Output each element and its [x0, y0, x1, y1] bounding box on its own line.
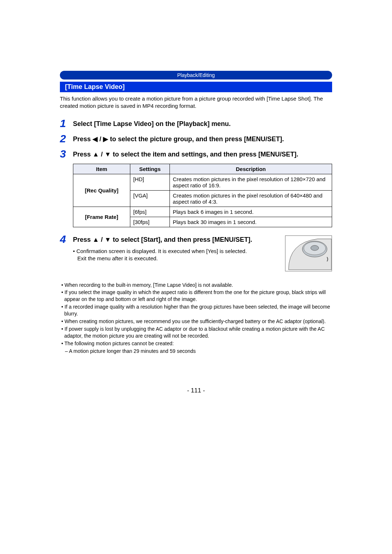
- step-text: Press ▲ / ▼ to select [Start], and then …: [73, 234, 278, 244]
- table-row: [Rec Quality] [HD] Creates motion pictur…: [73, 174, 332, 190]
- step-2: 2 Press ◀ / ▶ to select the picture grou…: [60, 133, 332, 144]
- step-text-mid: to select the picture group, and then pr…: [110, 135, 284, 143]
- cell-setting: [30fps]: [130, 217, 170, 227]
- step-4: 4 Press ▲ / ▼ to select [Start], and the…: [60, 234, 278, 245]
- note-sub-item: – A motion picture longer than 29 minute…: [60, 348, 332, 355]
- manual-page: Playback/Editing [Time Lapse Video] This…: [0, 0, 392, 554]
- step-1: 1 Select [Time Lapse Video] on the [Play…: [60, 118, 332, 129]
- note-item: • If you select the image quality in whi…: [60, 289, 332, 303]
- th-settings: Settings: [130, 164, 170, 174]
- svg-point-3: [311, 245, 319, 250]
- step-text-mid: to select the item and settings, and the…: [113, 151, 298, 158]
- step-text-pre: Press: [73, 151, 93, 158]
- section-title-bar: [Time Lapse Video]: [60, 82, 332, 92]
- step-number: 4: [60, 234, 73, 245]
- note-item: • If power supply is lost by unplugging …: [60, 326, 332, 339]
- cell-desc: Plays back 30 images in 1 second.: [170, 217, 332, 227]
- right-arrow-icon: ▶: [103, 135, 108, 143]
- step-text-pre: Press: [73, 135, 93, 143]
- page-number: - 111 -: [60, 387, 332, 394]
- intro-paragraph: This function allows you to create a mot…: [60, 95, 332, 110]
- table-row: [Frame Rate] [6fps] Plays back 6 images …: [73, 207, 332, 217]
- up-arrow-icon: ▲: [93, 236, 99, 243]
- step-number: 2: [60, 133, 73, 144]
- device-corner-illustration: [285, 235, 332, 272]
- slash: /: [99, 135, 101, 143]
- sub-bullet: Exit the menu after it is executed.: [73, 255, 278, 262]
- step-text: Press ◀ / ▶ to select the picture group,…: [73, 133, 332, 143]
- down-arrow-icon: ▼: [105, 236, 111, 243]
- step-4-row: 4 Press ▲ / ▼ to select [Start], and the…: [60, 234, 332, 272]
- th-description: Description: [170, 164, 332, 174]
- sub-bullet: • Confirmation screen is displayed. It i…: [73, 248, 278, 255]
- step-text: Select [Time Lapse Video] on the [Playba…: [73, 118, 332, 128]
- settings-table-wrap: Item Settings Description [Rec Quality] …: [73, 164, 332, 227]
- slash: /: [101, 151, 103, 158]
- step-text-pre: Press: [73, 236, 93, 243]
- cell-setting: [HD]: [130, 174, 170, 190]
- step-text: Press ▲ / ▼ to select the item and setti…: [73, 148, 332, 159]
- cell-desc: Creates motion pictures in the pixel res…: [170, 174, 332, 190]
- step-text-mid: to select [Start], and then press [MENU/…: [113, 236, 252, 243]
- cell-setting: [VGA]: [130, 190, 170, 207]
- cell-desc: Creates motion pictures in the pixel res…: [170, 190, 332, 207]
- note-item: • When creating motion pictures, we reco…: [60, 318, 332, 325]
- cell-desc: Plays back 6 images in 1 second.: [170, 207, 332, 217]
- note-item: • The following motion pictures cannot b…: [60, 340, 332, 347]
- notes-block: • When recording to the built-in memory,…: [60, 282, 332, 355]
- left-arrow-icon: ◀: [93, 135, 98, 143]
- step-4-sub-bullets: • Confirmation screen is displayed. It i…: [73, 248, 278, 262]
- step-number: 1: [60, 118, 73, 129]
- cell-setting: [6fps]: [130, 207, 170, 217]
- th-item: Item: [73, 164, 130, 174]
- down-arrow-icon: ▼: [105, 151, 111, 158]
- note-item: • When recording to the built-in memory,…: [60, 282, 332, 289]
- step-number: 3: [60, 148, 73, 159]
- up-arrow-icon: ▲: [93, 151, 99, 158]
- cell-item: [Rec Quality]: [73, 174, 130, 207]
- note-item: • If a recorded image quality with a res…: [60, 304, 332, 317]
- slash: /: [101, 236, 103, 243]
- step-3: 3 Press ▲ / ▼ to select the item and set…: [60, 148, 332, 159]
- cell-item: [Frame Rate]: [73, 207, 130, 227]
- settings-table: Item Settings Description [Rec Quality] …: [73, 164, 332, 227]
- breadcrumb: Playback/Editing: [60, 71, 332, 80]
